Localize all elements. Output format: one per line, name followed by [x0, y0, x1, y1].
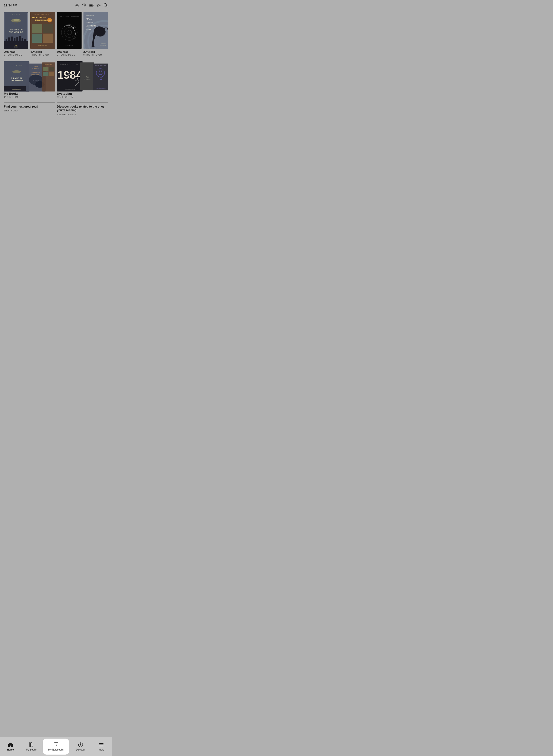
svg-point-12 [97, 4, 100, 7]
svg-text:ON EARTH: ON EARTH [33, 80, 39, 81]
currently-reading-row: H. G. WELLS THE WAR OF THE WORLDS [4, 12, 108, 56]
book-progress-1: 20% read [4, 50, 28, 53]
svg-rect-85 [42, 62, 55, 91]
svg-rect-48 [43, 33, 53, 43]
my-books-cover[interactable]: H. G. WELLS THE WAR OF THE WORLDS A kobo… [4, 61, 55, 92]
svg-rect-45 [32, 24, 42, 33]
svg-rect-87 [44, 67, 49, 71]
svg-rect-33 [22, 38, 23, 41]
main-content: H. G. WELLS THE WAR OF THE WORLDS [0, 10, 112, 118]
svg-rect-88 [49, 67, 54, 71]
svg-text:THE WORLDS: THE WORLDS [9, 31, 23, 33]
book-caged-bird[interactable]: Maya Angelou I Know Why the Caged Bird S… [83, 12, 108, 56]
book-time-4: 8 HOURS TO GO [83, 54, 108, 56]
link-related-subtitle: RELATED READS [57, 113, 108, 116]
book-time-3: 3 HOURS TO GO [57, 54, 82, 56]
book-progress-2: 40% read [30, 50, 55, 53]
svg-point-102 [77, 78, 78, 80]
svg-point-9 [84, 6, 84, 7]
link-related-reads[interactable]: Discover books related to the ones you'r… [57, 102, 108, 116]
svg-text:NEUROMANCER: NEUROMANCER [95, 65, 106, 66]
svg-rect-29 [11, 36, 13, 41]
svg-rect-89 [44, 72, 49, 76]
svg-text:Maya Angelou: Maya Angelou [86, 15, 94, 16]
book-cover-war-of-worlds[interactable]: H. G. WELLS THE WAR OF THE WORLDS [4, 12, 28, 49]
collection-dystopian[interactable]: 4 5 1 1984 GEORGE ORWELL Ray Bradbury [57, 61, 108, 98]
svg-rect-47 [32, 33, 42, 43]
svg-text:Caged Bird: Caged Bird [86, 24, 96, 27]
svg-text:Oprah Winfrey: Oprah Winfrey [100, 45, 106, 46]
dystopian-cover[interactable]: 4 5 1 1984 GEORGE ORWELL Ray Bradbury [57, 61, 108, 92]
svg-text:kobo: kobo [15, 45, 17, 46]
svg-point-57 [73, 27, 74, 29]
svg-point-20 [13, 19, 19, 21]
svg-rect-90 [49, 72, 54, 76]
link-shop-subtitle: SHOP KOBO [4, 109, 55, 112]
svg-text:Bradbury: Bradbury [84, 78, 90, 80]
svg-text:Foreword by: Foreword by [101, 43, 106, 44]
my-books-count: 417 BOOKS [4, 96, 55, 98]
book-war-of-worlds[interactable]: H. G. WELLS THE WAR OF THE WORLDS [4, 12, 28, 56]
link-related-title: Discover books related to the ones you'r… [57, 105, 108, 112]
book-time-1: 8 HOURS TO GO [4, 54, 28, 56]
link-shop-title: Find your next great read [4, 105, 55, 109]
dystopian-tag: COLLECTION [57, 96, 108, 98]
book-telegrams[interactable]: WEST END PHOENIX TELEGRAMS FROM HOME VOL… [30, 12, 55, 56]
book-cover-caged-bird[interactable]: Maya Angelou I Know Why the Caged Bird S… [83, 12, 108, 49]
svg-rect-46 [43, 24, 53, 33]
link-shop-kobo[interactable]: Find your next great read SHOP KOBO [4, 102, 55, 116]
svg-text:WILLIAM GIBSON: WILLIAM GIBSON [96, 88, 106, 89]
svg-rect-30 [14, 38, 15, 41]
svg-point-0 [76, 5, 78, 6]
svg-text:A kobo EDITION: A kobo EDITION [12, 88, 21, 90]
wifi-icon [82, 3, 87, 8]
svg-line-15 [106, 6, 107, 7]
dystopian-name: Dystopian [57, 92, 108, 95]
svg-text:GEORGE ORWELL: GEORGE ORWELL [65, 88, 75, 90]
sync-icon[interactable] [96, 3, 101, 8]
svg-line-7 [78, 4, 78, 4]
svg-point-101 [68, 74, 70, 75]
svg-text:I Know: I Know [85, 18, 92, 20]
svg-rect-31 [16, 37, 18, 41]
svg-text:4 5 1: 4 5 1 [74, 64, 78, 66]
my-books-name: My Books [4, 92, 55, 95]
svg-text:Ray: Ray [86, 76, 89, 78]
book-three-body[interactable]: THE THREE-BODY PROBLEM CIXIN LIU 80% rea… [57, 12, 82, 56]
links-section: Find your next great read SHOP KOBO Disc… [4, 102, 108, 116]
svg-text:Sings: Sings [86, 28, 91, 30]
status-icons [75, 3, 108, 8]
brightness-icon [75, 3, 79, 8]
status-time: 12:34 PM [4, 4, 17, 7]
book-cover-three-body[interactable]: THE THREE-BODY PROBLEM CIXIN LIU [57, 12, 82, 49]
battery-icon [89, 3, 94, 8]
svg-text:H. G. WELLS: H. G. WELLS [12, 64, 21, 66]
svg-text:THE WAR OF: THE WAR OF [10, 28, 23, 30]
svg-rect-27 [6, 39, 7, 41]
collection-my-books[interactable]: H. G. WELLS THE WAR OF THE WORLDS A kobo… [4, 61, 55, 98]
svg-text:A kobo ORIGINAL: A kobo ORIGINAL [38, 45, 47, 46]
svg-text:Why the: Why the [86, 21, 93, 24]
svg-rect-28 [8, 37, 10, 41]
svg-rect-52 [57, 12, 82, 49]
svg-text:CIXIN LIU: CIXIN LIU [65, 45, 73, 46]
book-time-2: 4 HOURS TO GO [30, 54, 55, 56]
svg-text:TELEGRAMS: TELEGRAMS [32, 16, 46, 19]
svg-text:HADFIELD: HADFIELD [32, 68, 39, 69]
book-progress-4: 20% read [83, 50, 108, 53]
svg-text:FROM HOME: FROM HOME [35, 19, 49, 21]
svg-text:H. G. WELLS: H. G. WELLS [12, 14, 20, 15]
status-bar: 12:34 PM [0, 0, 112, 10]
svg-text:TELEGRAMS: TELEGRAMS [45, 64, 52, 66]
svg-point-72 [12, 70, 21, 73]
svg-text:ASTRONAUT'S: ASTRONAUT'S [32, 72, 40, 73]
search-icon[interactable] [103, 3, 108, 8]
svg-rect-32 [19, 36, 21, 41]
svg-rect-11 [89, 5, 92, 6]
book-cover-telegrams[interactable]: WEST END PHOENIX TELEGRAMS FROM HOME VOL… [30, 12, 55, 49]
svg-text:EDITION: EDITION [14, 47, 19, 48]
svg-text:CHRIS: CHRIS [33, 66, 38, 67]
collections-row: H. G. WELLS THE WAR OF THE WORLDS A kobo… [4, 61, 108, 98]
svg-rect-34 [24, 39, 26, 41]
svg-point-13 [97, 4, 99, 6]
